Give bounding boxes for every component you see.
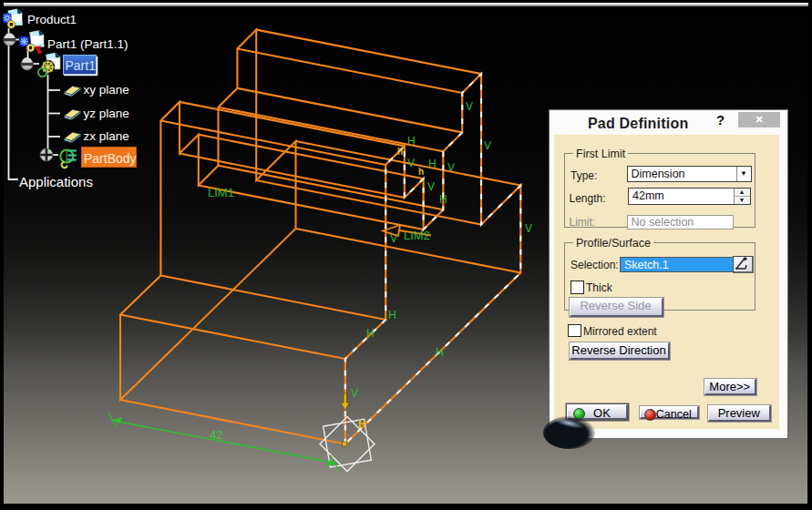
svg-text:H: H xyxy=(428,158,437,170)
svg-text:V: V xyxy=(351,387,358,400)
svg-text:H: H xyxy=(388,309,396,321)
svg-text:H: H xyxy=(366,327,375,340)
svg-text:H: H xyxy=(358,418,366,431)
svg-text:V: V xyxy=(447,161,455,174)
svg-text:V: V xyxy=(466,100,473,113)
svg-text:h: h xyxy=(418,167,424,177)
svg-text:H: H xyxy=(407,135,416,148)
svg-text:h: h xyxy=(397,147,403,157)
svg-text:PartBody: PartBody xyxy=(84,151,137,166)
svg-text:Part1 (Part1.1): Part1 (Part1.1) xyxy=(47,37,128,51)
svg-text:yz plane: yz plane xyxy=(84,107,129,120)
svg-text:H: H xyxy=(436,346,444,359)
svg-text:V: V xyxy=(390,232,397,245)
svg-text:zx plane: zx plane xyxy=(84,129,129,143)
svg-text:LIM2: LIM2 xyxy=(404,229,430,242)
svg-text:V: V xyxy=(427,180,435,193)
svg-text:xy plane: xy plane xyxy=(84,83,129,97)
svg-text:Part1: Part1 xyxy=(66,58,97,73)
svg-text:42: 42 xyxy=(210,428,222,442)
svg-text:V: V xyxy=(484,139,491,152)
svg-text:V: V xyxy=(525,222,532,235)
svg-text:Product1: Product1 xyxy=(27,13,77,26)
svg-text:LIM1: LIM1 xyxy=(208,186,234,199)
svg-text:Applications: Applications xyxy=(19,174,93,189)
svg-text:V: V xyxy=(407,157,415,169)
svg-text:H: H xyxy=(439,193,447,206)
